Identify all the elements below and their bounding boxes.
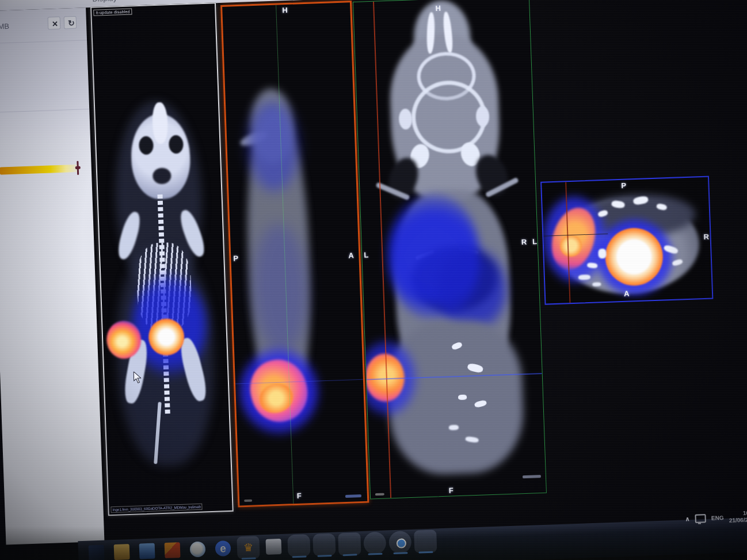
monitor-photo: ❐ ✕ Display 71MB ✕ ↻ It-update disabled (0, 0, 747, 560)
orientation-label-l: L (532, 237, 543, 246)
open-app-indicator (342, 554, 357, 556)
teams-icon[interactable] (316, 537, 332, 553)
scale-marker (345, 494, 361, 498)
sagittal-view-panel[interactable]: H P A F (220, 1, 369, 507)
language-indicator[interactable]: ENG (711, 515, 724, 521)
page-title: Display (92, 0, 117, 3)
chrome-icon[interactable] (392, 534, 408, 550)
dataset-filename: Inge1.fmn_300903_68GaDOTA-ATR2_MDMav_Ire… (110, 504, 203, 513)
orientation-label-pair: RL (521, 237, 543, 246)
open-app-indicator (368, 553, 382, 555)
photos-icon[interactable] (341, 536, 357, 552)
open-app-indicator (292, 555, 307, 558)
application-screen: ❐ ✕ Display 71MB ✕ ↻ It-update disabled (0, 0, 747, 560)
tray-chevron-icon[interactable]: ∧ (685, 515, 690, 523)
orientation-label-f: F (297, 492, 302, 500)
office-app-icon[interactable] (165, 542, 181, 558)
coronal-view-panel[interactable]: H L F (353, 0, 547, 499)
tray-time: 16:05 (743, 509, 747, 516)
orientation-label-r: R (521, 237, 532, 246)
divider (0, 109, 89, 113)
close-button[interactable]: ✕ (48, 17, 61, 30)
robot-app-icon[interactable] (265, 539, 281, 555)
bone-fragment (598, 249, 607, 258)
satellite-dish-icon[interactable] (367, 535, 383, 551)
bone-fragment (592, 282, 601, 287)
colormap-gradient-bar[interactable] (0, 165, 81, 175)
memory-size-label: 71MB (0, 22, 9, 31)
system-tray: ∧ ENG 16:05 21/06/2024 (685, 509, 747, 525)
axial-view-panel[interactable]: P R A (540, 176, 713, 305)
orientation-label-h: H (435, 4, 441, 13)
app-window-icon[interactable] (139, 543, 155, 559)
orientation-label-h: H (282, 6, 288, 14)
open-app-indicator (418, 551, 433, 554)
open-app-indicator (242, 557, 256, 559)
tray-date: 21/06/2024 (729, 516, 747, 524)
orientation-label-f: F (448, 486, 453, 494)
orientation-label-l: L (364, 250, 368, 259)
open-app-indicator (393, 552, 407, 554)
scale-marker (244, 500, 252, 502)
refresh-button[interactable]: ↻ (64, 16, 77, 29)
mouse-cursor (133, 371, 142, 384)
open-app-indicator (318, 555, 332, 557)
file-explorer-icon[interactable] (114, 544, 130, 560)
internet-explorer-icon-glyph: e (215, 540, 231, 557)
orientation-label-p: P (233, 254, 238, 262)
bone-fragment (458, 395, 467, 401)
orientation-label-p: P (621, 181, 626, 190)
browser-circle-icon[interactable] (190, 542, 206, 558)
scale-marker (523, 475, 541, 478)
colorful-app-icon[interactable] (417, 534, 433, 550)
divider (0, 40, 87, 44)
clock[interactable]: 16:05 21/06/2024 (729, 509, 747, 524)
colormap-threshold-handle[interactable] (77, 161, 79, 175)
scale-marker (375, 493, 384, 496)
bone-fragment (449, 425, 459, 431)
update-status-label: It-update disabled (93, 8, 132, 16)
orientation-label-a: A (624, 289, 630, 298)
orientation-label-r: R (703, 233, 709, 241)
orientation-label-a: A (348, 251, 354, 260)
flame-app-icon[interactable] (291, 538, 307, 554)
display-tray-icon[interactable] (695, 514, 707, 523)
app-dark-icon[interactable] (89, 545, 105, 560)
medical-viewer-icon[interactable]: ♛ (241, 539, 257, 555)
bone-fragment (578, 275, 590, 280)
mip-view-panel[interactable]: It-update disabled Inge1.fmn_300903_68Ga… (90, 2, 234, 516)
medical-viewer-icon-glyph: ♛ (241, 539, 257, 555)
internet-explorer-icon[interactable]: e (215, 540, 231, 557)
